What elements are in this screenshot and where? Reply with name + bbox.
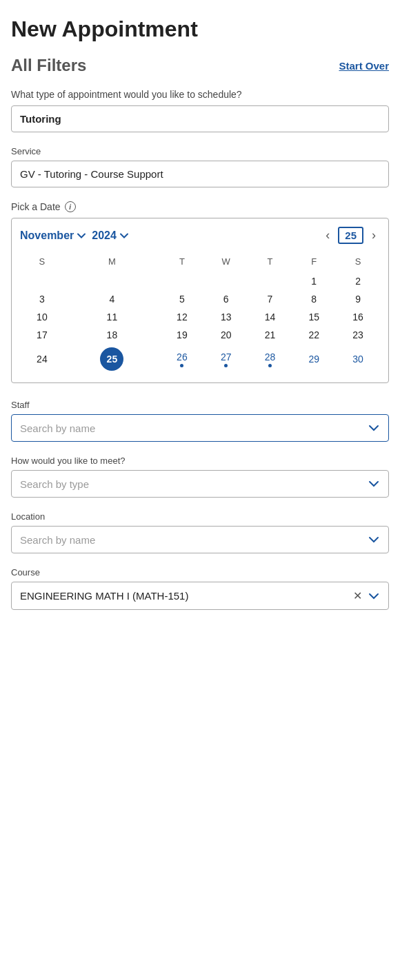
calendar-grid: SMTWTFS 12345678910111213141516171819202… xyxy=(20,254,380,374)
chevron-down-icon xyxy=(368,422,380,434)
cal-dow-header: S xyxy=(336,254,380,272)
location-dropdown[interactable]: Search by name xyxy=(11,526,389,553)
appointment-type-question: What type of appointment would you like … xyxy=(11,89,389,100)
service-label: Service xyxy=(11,146,389,156)
calendar-day[interactable]: 1 xyxy=(292,272,336,290)
calendar-day[interactable]: 30 xyxy=(336,344,380,374)
filters-heading: All Filters xyxy=(11,56,86,75)
cal-dow-header: W xyxy=(204,254,248,272)
page-title: New Appointment xyxy=(11,17,389,42)
calendar-day[interactable]: 4 xyxy=(64,290,160,308)
staff-dropdown[interactable]: Search by name xyxy=(11,414,389,442)
calendar-day[interactable]: 5 xyxy=(160,290,204,308)
calendar-day[interactable]: 10 xyxy=(20,308,64,326)
chevron-down-icon xyxy=(77,231,86,241)
calendar-day[interactable]: 28 xyxy=(248,344,292,374)
calendar-day xyxy=(160,272,204,290)
meet-type-placeholder: Search by type xyxy=(20,478,89,490)
chevron-down-icon[interactable] xyxy=(368,590,380,602)
calendar-month-selector[interactable]: November xyxy=(20,229,86,242)
calendar-day[interactable]: 23 xyxy=(336,326,380,344)
service-value: GV - Tutoring - Course Support xyxy=(11,161,389,187)
calendar-prev-button[interactable]: ‹ xyxy=(321,227,334,244)
calendar-day[interactable]: 3 xyxy=(20,290,64,308)
course-label: Course xyxy=(11,567,389,578)
staff-label: Staff xyxy=(11,400,389,410)
course-value: ENGINEERING MATH I (MATH-151) xyxy=(20,590,353,602)
calendar: November 2024 ‹ 25 › SMTWTFS 12345678 xyxy=(11,218,389,383)
course-clear-button[interactable]: ✕ xyxy=(353,589,362,602)
calendar-day[interactable]: 19 xyxy=(160,326,204,344)
calendar-day[interactable]: 16 xyxy=(336,308,380,326)
calendar-day xyxy=(204,272,248,290)
calendar-day[interactable]: 12 xyxy=(160,308,204,326)
staff-placeholder: Search by name xyxy=(20,422,95,434)
meet-type-dropdown[interactable]: Search by type xyxy=(11,470,389,498)
chevron-down-icon xyxy=(368,478,380,490)
cal-dow-header: S xyxy=(20,254,64,272)
calendar-day[interactable]: 9 xyxy=(336,290,380,308)
course-field: ENGINEERING MATH I (MATH-151) ✕ xyxy=(11,582,389,610)
location-placeholder: Search by name xyxy=(20,534,95,546)
appointment-type-value: Tutoring xyxy=(11,105,389,132)
calendar-day[interactable]: 26 xyxy=(160,344,204,374)
calendar-day[interactable]: 8 xyxy=(292,290,336,308)
calendar-day[interactable]: 15 xyxy=(292,308,336,326)
calendar-next-button[interactable]: › xyxy=(368,227,380,244)
calendar-day[interactable]: 2 xyxy=(336,272,380,290)
cal-dow-header: T xyxy=(248,254,292,272)
calendar-day[interactable]: 14 xyxy=(248,308,292,326)
cal-dow-header: T xyxy=(160,254,204,272)
pick-date-label: Pick a Date xyxy=(11,201,61,212)
calendar-day xyxy=(248,272,292,290)
info-icon[interactable]: i xyxy=(65,201,76,212)
calendar-day[interactable]: 29 xyxy=(292,344,336,374)
cal-dow-header: F xyxy=(292,254,336,272)
calendar-day[interactable]: 27 xyxy=(204,344,248,374)
calendar-day[interactable]: 6 xyxy=(204,290,248,308)
calendar-today-box: 25 xyxy=(338,227,363,244)
chevron-down-icon xyxy=(119,231,129,241)
calendar-day[interactable]: 25 xyxy=(64,344,160,374)
calendar-day[interactable]: 21 xyxy=(248,326,292,344)
calendar-day[interactable]: 18 xyxy=(64,326,160,344)
calendar-day[interactable]: 17 xyxy=(20,326,64,344)
calendar-year-selector[interactable]: 2024 xyxy=(92,229,129,242)
location-label: Location xyxy=(11,511,389,522)
meet-type-label: How would you like to meet? xyxy=(11,456,389,466)
calendar-day[interactable]: 22 xyxy=(292,326,336,344)
calendar-day[interactable]: 13 xyxy=(204,308,248,326)
calendar-day[interactable]: 20 xyxy=(204,326,248,344)
cal-dow-header: M xyxy=(64,254,160,272)
calendar-day[interactable]: 11 xyxy=(64,308,160,326)
calendar-day xyxy=(64,272,160,290)
start-over-link[interactable]: Start Over xyxy=(339,60,389,72)
calendar-day[interactable]: 7 xyxy=(248,290,292,308)
calendar-day xyxy=(20,272,64,290)
calendar-day[interactable]: 24 xyxy=(20,344,64,374)
chevron-down-icon xyxy=(368,533,380,546)
